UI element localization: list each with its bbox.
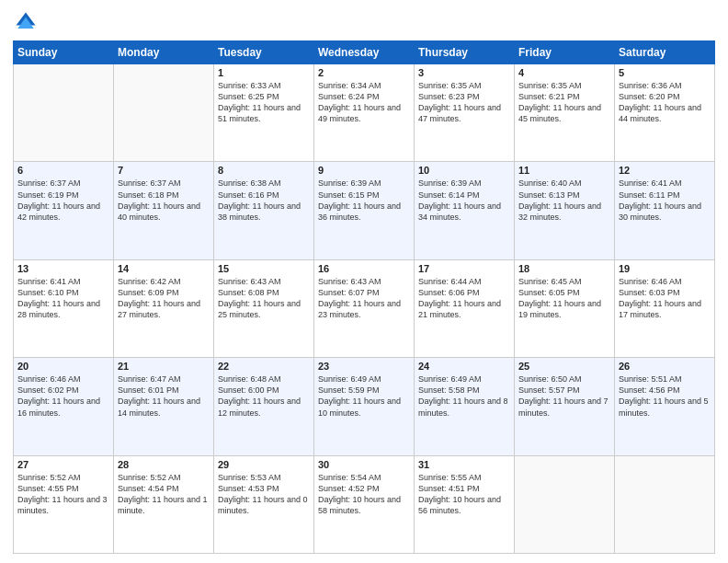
calendar-week-row: 13Sunrise: 6:41 AM Sunset: 6:10 PM Dayli… <box>14 259 715 357</box>
day-info: Sunrise: 6:38 AM Sunset: 6:16 PM Dayligh… <box>218 178 310 223</box>
calendar-cell: 13Sunrise: 6:41 AM Sunset: 6:10 PM Dayli… <box>14 259 114 357</box>
day-info: Sunrise: 5:52 AM Sunset: 4:54 PM Dayligh… <box>118 472 210 517</box>
day-number: 1 <box>218 67 310 78</box>
day-info: Sunrise: 6:43 AM Sunset: 6:07 PM Dayligh… <box>318 276 410 321</box>
calendar-body: 1Sunrise: 6:33 AM Sunset: 6:25 PM Daylig… <box>14 64 715 554</box>
day-info: Sunrise: 6:34 AM Sunset: 6:24 PM Dayligh… <box>318 80 410 125</box>
calendar-cell <box>114 64 214 162</box>
weekday-header-row: SundayMondayTuesdayWednesdayThursdayFrid… <box>14 41 715 64</box>
calendar-cell: 9Sunrise: 6:39 AM Sunset: 6:15 PM Daylig… <box>314 162 415 259</box>
calendar-cell: 16Sunrise: 6:43 AM Sunset: 6:07 PM Dayli… <box>314 259 415 357</box>
calendar-cell: 31Sunrise: 5:55 AM Sunset: 4:51 PM Dayli… <box>415 455 515 553</box>
calendar-cell: 25Sunrise: 6:50 AM Sunset: 5:57 PM Dayli… <box>515 358 615 455</box>
day-info: Sunrise: 6:33 AM Sunset: 6:25 PM Dayligh… <box>218 80 310 125</box>
day-info: Sunrise: 6:45 AM Sunset: 6:05 PM Dayligh… <box>518 276 610 321</box>
day-number: 2 <box>318 67 410 78</box>
calendar-cell <box>14 64 114 162</box>
day-info: Sunrise: 5:55 AM Sunset: 4:51 PM Dayligh… <box>418 472 510 517</box>
calendar-cell: 6Sunrise: 6:37 AM Sunset: 6:19 PM Daylig… <box>14 162 114 259</box>
day-number: 23 <box>318 361 410 372</box>
day-info: Sunrise: 6:47 AM Sunset: 6:01 PM Dayligh… <box>118 373 210 419</box>
calendar-header: SundayMondayTuesdayWednesdayThursdayFrid… <box>14 41 715 64</box>
calendar-cell: 3Sunrise: 6:35 AM Sunset: 6:23 PM Daylig… <box>415 64 515 162</box>
calendar-cell: 11Sunrise: 6:40 AM Sunset: 6:13 PM Dayli… <box>515 162 615 259</box>
calendar-cell: 23Sunrise: 6:49 AM Sunset: 5:59 PM Dayli… <box>314 358 415 455</box>
day-info: Sunrise: 6:41 AM Sunset: 6:11 PM Dayligh… <box>619 178 711 223</box>
day-info: Sunrise: 6:46 AM Sunset: 6:02 PM Dayligh… <box>17 373 109 419</box>
day-info: Sunrise: 6:49 AM Sunset: 5:59 PM Dayligh… <box>318 373 410 419</box>
calendar-cell: 29Sunrise: 5:53 AM Sunset: 4:53 PM Dayli… <box>214 455 314 553</box>
day-number: 26 <box>619 361 711 372</box>
calendar-cell: 15Sunrise: 6:43 AM Sunset: 6:08 PM Dayli… <box>214 259 314 357</box>
logo-icon <box>13 9 39 35</box>
day-info: Sunrise: 6:43 AM Sunset: 6:08 PM Dayligh… <box>218 276 310 321</box>
day-number: 21 <box>118 361 210 372</box>
day-info: Sunrise: 5:51 AM Sunset: 4:56 PM Dayligh… <box>619 373 711 419</box>
day-number: 28 <box>118 459 210 470</box>
calendar-cell: 5Sunrise: 6:36 AM Sunset: 6:20 PM Daylig… <box>615 64 715 162</box>
day-info: Sunrise: 6:39 AM Sunset: 6:14 PM Dayligh… <box>418 178 510 223</box>
day-number: 12 <box>619 165 711 176</box>
day-number: 22 <box>218 361 310 372</box>
day-number: 4 <box>518 67 610 78</box>
day-number: 15 <box>218 263 310 274</box>
day-info: Sunrise: 6:39 AM Sunset: 6:15 PM Dayligh… <box>318 178 410 223</box>
day-number: 11 <box>518 165 610 176</box>
header <box>13 9 715 35</box>
calendar-cell: 2Sunrise: 6:34 AM Sunset: 6:24 PM Daylig… <box>314 64 415 162</box>
day-info: Sunrise: 6:36 AM Sunset: 6:20 PM Dayligh… <box>619 80 711 125</box>
calendar-cell: 14Sunrise: 6:42 AM Sunset: 6:09 PM Dayli… <box>114 259 214 357</box>
calendar-cell: 10Sunrise: 6:39 AM Sunset: 6:14 PM Dayli… <box>415 162 515 259</box>
day-number: 29 <box>218 459 310 470</box>
day-info: Sunrise: 6:37 AM Sunset: 6:19 PM Dayligh… <box>17 178 109 223</box>
calendar-cell: 26Sunrise: 5:51 AM Sunset: 4:56 PM Dayli… <box>615 358 715 455</box>
calendar-cell: 7Sunrise: 6:37 AM Sunset: 6:18 PM Daylig… <box>114 162 214 259</box>
day-number: 31 <box>418 459 510 470</box>
calendar-cell: 8Sunrise: 6:38 AM Sunset: 6:16 PM Daylig… <box>214 162 314 259</box>
day-info: Sunrise: 5:54 AM Sunset: 4:52 PM Dayligh… <box>318 472 410 517</box>
day-number: 25 <box>518 361 610 372</box>
day-number: 14 <box>118 263 210 274</box>
calendar-week-row: 27Sunrise: 5:52 AM Sunset: 4:55 PM Dayli… <box>14 455 715 553</box>
calendar-cell: 4Sunrise: 6:35 AM Sunset: 6:21 PM Daylig… <box>515 64 615 162</box>
page: SundayMondayTuesdayWednesdayThursdayFrid… <box>0 0 728 563</box>
calendar-cell: 12Sunrise: 6:41 AM Sunset: 6:11 PM Dayli… <box>615 162 715 259</box>
day-info: Sunrise: 6:44 AM Sunset: 6:06 PM Dayligh… <box>418 276 510 321</box>
day-info: Sunrise: 6:50 AM Sunset: 5:57 PM Dayligh… <box>518 373 610 419</box>
calendar-cell <box>615 455 715 553</box>
day-info: Sunrise: 6:35 AM Sunset: 6:21 PM Dayligh… <box>518 80 610 125</box>
calendar-cell: 27Sunrise: 5:52 AM Sunset: 4:55 PM Dayli… <box>14 455 114 553</box>
day-number: 19 <box>619 263 711 274</box>
calendar-table: SundayMondayTuesdayWednesdayThursdayFrid… <box>13 40 715 554</box>
day-info: Sunrise: 6:46 AM Sunset: 6:03 PM Dayligh… <box>619 276 711 321</box>
day-number: 30 <box>318 459 410 470</box>
day-number: 18 <box>518 263 610 274</box>
day-number: 24 <box>418 361 510 372</box>
day-number: 5 <box>619 67 711 78</box>
calendar-cell: 22Sunrise: 6:48 AM Sunset: 6:00 PM Dayli… <box>214 358 314 455</box>
day-info: Sunrise: 6:48 AM Sunset: 6:00 PM Dayligh… <box>218 373 310 419</box>
calendar-cell: 28Sunrise: 5:52 AM Sunset: 4:54 PM Dayli… <box>114 455 214 553</box>
weekday-header-thursday: Thursday <box>415 41 515 64</box>
day-number: 6 <box>17 165 109 176</box>
calendar-cell: 19Sunrise: 6:46 AM Sunset: 6:03 PM Dayli… <box>615 259 715 357</box>
day-number: 17 <box>418 263 510 274</box>
day-info: Sunrise: 6:37 AM Sunset: 6:18 PM Dayligh… <box>118 178 210 223</box>
day-info: Sunrise: 6:35 AM Sunset: 6:23 PM Dayligh… <box>418 80 510 125</box>
day-info: Sunrise: 6:41 AM Sunset: 6:10 PM Dayligh… <box>17 276 109 321</box>
calendar-week-row: 20Sunrise: 6:46 AM Sunset: 6:02 PM Dayli… <box>14 358 715 455</box>
day-number: 20 <box>17 361 109 372</box>
calendar-cell: 30Sunrise: 5:54 AM Sunset: 4:52 PM Dayli… <box>314 455 415 553</box>
weekday-header-monday: Monday <box>114 41 214 64</box>
day-number: 7 <box>118 165 210 176</box>
calendar-cell: 18Sunrise: 6:45 AM Sunset: 6:05 PM Dayli… <box>515 259 615 357</box>
weekday-header-tuesday: Tuesday <box>214 41 314 64</box>
weekday-header-friday: Friday <box>515 41 615 64</box>
day-info: Sunrise: 6:40 AM Sunset: 6:13 PM Dayligh… <box>518 178 610 223</box>
calendar-cell: 17Sunrise: 6:44 AM Sunset: 6:06 PM Dayli… <box>415 259 515 357</box>
calendar-cell: 1Sunrise: 6:33 AM Sunset: 6:25 PM Daylig… <box>214 64 314 162</box>
calendar-cell: 21Sunrise: 6:47 AM Sunset: 6:01 PM Dayli… <box>114 358 214 455</box>
day-info: Sunrise: 6:42 AM Sunset: 6:09 PM Dayligh… <box>118 276 210 321</box>
day-number: 27 <box>17 459 109 470</box>
calendar-cell: 24Sunrise: 6:49 AM Sunset: 5:58 PM Dayli… <box>415 358 515 455</box>
